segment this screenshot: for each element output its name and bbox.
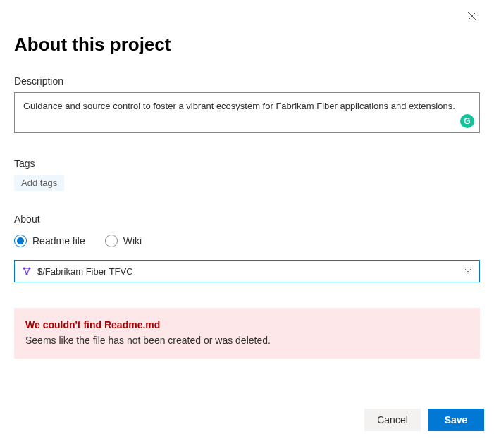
tfvc-repo-icon — [22, 266, 32, 276]
svg-line-6 — [24, 268, 27, 274]
error-banner: We couldn't find Readme.md Seems like th… — [14, 308, 480, 359]
save-button[interactable]: Save — [428, 409, 484, 431]
error-title: We couldn't find Readme.md — [25, 319, 469, 330]
close-button[interactable] — [466, 10, 478, 23]
cancel-button[interactable]: Cancel — [364, 409, 421, 431]
radio-selected-icon — [14, 235, 27, 247]
svg-line-7 — [27, 268, 30, 274]
description-input[interactable] — [14, 92, 480, 133]
tags-label: Tags — [14, 158, 480, 169]
radio-readme-file[interactable]: Readme file — [14, 235, 85, 247]
about-label: About — [14, 213, 480, 225]
dialog-title: About this project — [14, 34, 480, 56]
close-icon — [467, 11, 477, 21]
radio-wiki-label: Wiki — [123, 235, 142, 247]
repo-dropdown[interactable]: $/Fabrikam Fiber TFVC — [14, 260, 480, 282]
radio-wiki[interactable]: Wiki — [105, 235, 142, 247]
grammarly-icon[interactable]: G — [460, 114, 474, 128]
repo-dropdown-value: $/Fabrikam Fiber TFVC — [37, 266, 133, 277]
radio-unselected-icon — [105, 235, 118, 247]
description-label: Description — [14, 75, 480, 87]
add-tags-button[interactable]: Add tags — [14, 175, 64, 191]
error-body: Seems like the file has not been created… — [25, 335, 469, 346]
chevron-down-icon — [464, 266, 472, 277]
radio-readme-label: Readme file — [32, 235, 85, 247]
